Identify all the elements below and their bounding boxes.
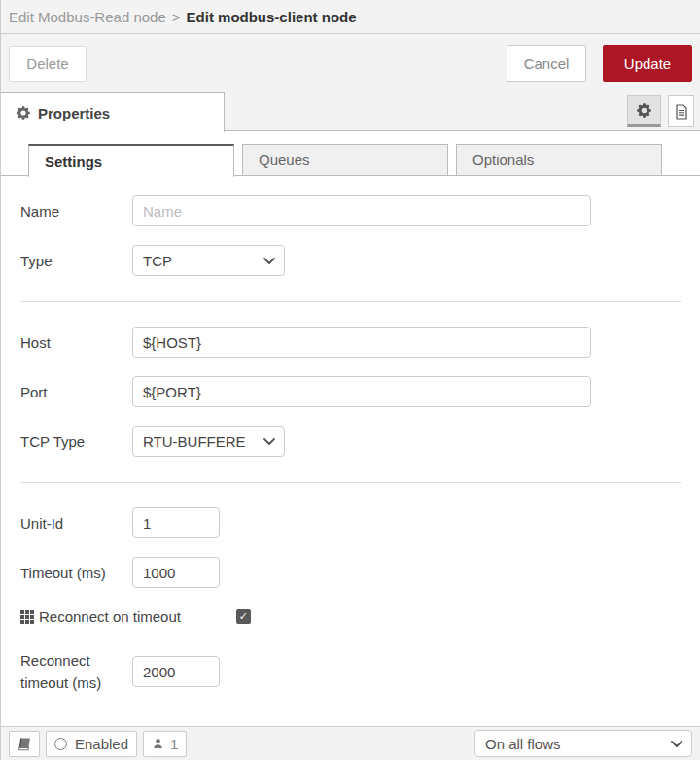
chevron-down-icon xyxy=(263,258,275,265)
unit-id-label: Unit-Id xyxy=(20,514,132,533)
tcp-type-select-value: RTU-BUFFERED xyxy=(133,433,246,450)
port-label: Port xyxy=(20,383,132,401)
divider xyxy=(20,301,681,302)
host-input[interactable] xyxy=(132,327,591,358)
user-count: 1 xyxy=(170,736,178,752)
document-icon xyxy=(675,104,688,120)
node-help-button[interactable] xyxy=(9,731,40,757)
scope-select-value: On all flows xyxy=(475,736,561,752)
tab-properties[interactable]: Properties xyxy=(1,92,225,132)
reconnect-timeout-label: Reconnect timeout (ms) xyxy=(20,649,132,694)
timeout-row: Timeout (ms) xyxy=(20,557,681,588)
breadcrumb-parent-link[interactable]: Edit Modbus-Read node xyxy=(9,9,166,25)
grid-icon xyxy=(20,610,34,624)
edit-form-panel: Settings Queues Optionals Name Type TCP … xyxy=(1,144,700,739)
port-row: Port xyxy=(20,376,681,407)
type-label: Type xyxy=(20,252,132,270)
node-enabled-toggle-button[interactable]: Enabled xyxy=(46,731,137,757)
settings-tabs: Settings Queues Optionals xyxy=(1,144,700,176)
settings-form: Name Type TCP Host Port TCP Type RTU-BU xyxy=(1,176,700,732)
port-input[interactable] xyxy=(132,376,591,407)
type-select-value: TCP xyxy=(133,253,172,269)
reconnect-on-timeout-checkbox[interactable]: ✓ xyxy=(236,609,251,624)
properties-tab-bar: Properties xyxy=(1,92,700,131)
type-row: Type TCP xyxy=(20,245,681,276)
update-button[interactable]: Update xyxy=(603,45,692,82)
user-icon xyxy=(152,737,164,750)
book-icon xyxy=(17,737,32,751)
tab-optionals[interactable]: Optionals xyxy=(456,144,662,176)
reconnect-on-timeout-label: Reconnect on timeout xyxy=(39,608,181,625)
divider xyxy=(20,482,681,483)
cancel-button[interactable]: Cancel xyxy=(507,45,586,82)
breadcrumb: Edit Modbus-Read node > Edit modbus-clie… xyxy=(1,0,700,34)
node-users-button[interactable]: 1 xyxy=(143,731,187,757)
unit-id-input[interactable] xyxy=(132,507,220,538)
chevron-down-icon xyxy=(263,438,275,446)
delete-button[interactable]: Delete xyxy=(9,46,87,82)
gear-icon xyxy=(17,106,30,120)
tcp-type-label: TCP Type xyxy=(20,432,132,451)
tab-settings-label: Settings xyxy=(45,154,102,170)
unit-id-row: Unit-Id xyxy=(20,507,681,538)
check-icon: ✓ xyxy=(239,609,248,624)
tcp-type-select[interactable]: RTU-BUFFERED xyxy=(132,426,285,457)
tray-toolbar: Delete Cancel Update xyxy=(1,34,700,92)
node-description-button[interactable] xyxy=(668,95,694,127)
breadcrumb-separator: > xyxy=(172,9,181,25)
tab-settings[interactable]: Settings xyxy=(28,144,234,177)
tcp-type-row: TCP Type RTU-BUFFERED xyxy=(20,426,681,457)
name-input[interactable] xyxy=(132,195,591,226)
page-title: Edit modbus-client node xyxy=(187,9,357,25)
enabled-label: Enabled xyxy=(75,736,128,752)
tab-queues[interactable]: Queues xyxy=(242,144,448,176)
name-label: Name xyxy=(20,202,132,221)
reconnect-timeout-row: Reconnect timeout (ms) xyxy=(20,649,681,694)
host-label: Host xyxy=(20,333,132,352)
type-select[interactable]: TCP xyxy=(132,245,285,276)
host-row: Host xyxy=(20,327,681,358)
tray-footer: Enabled 1 On all flows xyxy=(1,726,700,760)
reconnect-timeout-input[interactable] xyxy=(132,656,220,687)
properties-tab-label: Properties xyxy=(38,105,110,121)
tab-queues-label: Queues xyxy=(259,152,310,168)
gear-icon xyxy=(637,103,651,118)
reconnect-on-timeout-row: Reconnect on timeout ✓ xyxy=(20,608,681,625)
scope-select[interactable]: On all flows xyxy=(474,730,692,757)
timeout-input[interactable] xyxy=(132,557,220,588)
name-row: Name xyxy=(20,195,681,226)
chevron-down-icon xyxy=(671,741,682,748)
edit-properties-toggle-button[interactable] xyxy=(627,95,661,127)
tab-optionals-label: Optionals xyxy=(472,152,534,168)
circle-icon xyxy=(54,738,67,750)
timeout-label: Timeout (ms) xyxy=(20,564,132,582)
